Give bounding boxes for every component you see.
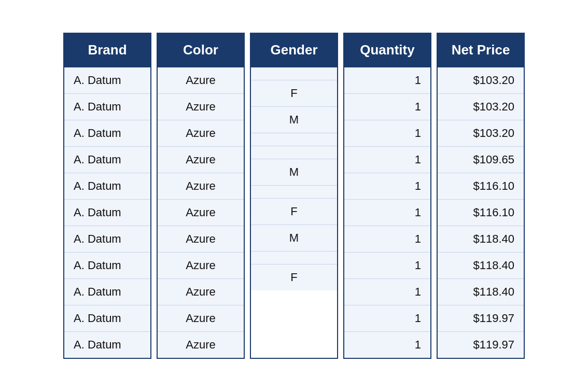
gender-cell-6 <box>251 186 337 199</box>
quantity-cell-4: 1 <box>344 173 430 200</box>
color-cell-10: Azure <box>158 332 244 358</box>
gender-cell-8: M <box>251 225 337 252</box>
col-netprice: Net Price $103.20$103.20$103.20$109.65$1… <box>437 33 525 359</box>
netprice-cell-2: $103.20 <box>438 120 524 147</box>
col-brand: Brand A. DatumA. DatumA. DatumA. DatumA.… <box>63 33 151 359</box>
netprice-cell-8: $118.40 <box>438 279 524 305</box>
brand-cell-9: A. Datum <box>64 305 150 332</box>
netprice-cell-9: $119.97 <box>438 305 524 332</box>
quantity-cell-3: 1 <box>344 147 430 173</box>
gender-cell-3 <box>251 133 337 146</box>
brand-cell-6: A. Datum <box>64 226 150 253</box>
quantity-cell-0: 1 <box>344 67 430 94</box>
color-cell-6: Azure <box>158 226 244 253</box>
gender-cell-7: F <box>251 199 337 225</box>
gender-cell-0 <box>251 67 337 80</box>
col-color-header: Color <box>158 34 244 67</box>
color-cell-3: Azure <box>158 147 244 173</box>
quantity-cell-7: 1 <box>344 253 430 279</box>
color-cell-4: Azure <box>158 173 244 200</box>
netprice-cell-1: $103.20 <box>438 94 524 120</box>
color-cell-8: Azure <box>158 279 244 305</box>
quantity-cell-6: 1 <box>344 226 430 253</box>
gender-cell-5: M <box>251 159 337 186</box>
col-quantity: Quantity 11111111111 <box>343 33 431 359</box>
netprice-cell-0: $103.20 <box>438 67 524 94</box>
brand-cell-5: A. Datum <box>64 200 150 226</box>
netprice-cell-6: $118.40 <box>438 226 524 253</box>
color-cell-2: Azure <box>158 120 244 147</box>
color-cell-9: Azure <box>158 305 244 332</box>
netprice-cell-7: $118.40 <box>438 253 524 279</box>
netprice-cell-3: $109.65 <box>438 147 524 173</box>
quantity-cell-5: 1 <box>344 200 430 226</box>
brand-cell-1: A. Datum <box>64 94 150 120</box>
gender-cell-10: F <box>251 264 337 290</box>
brand-cell-8: A. Datum <box>64 279 150 305</box>
brand-cell-0: A. Datum <box>64 67 150 94</box>
brand-cell-2: A. Datum <box>64 120 150 147</box>
col-gender: Gender FMMFMF <box>250 33 338 359</box>
color-cell-1: Azure <box>158 94 244 120</box>
color-cell-0: Azure <box>158 67 244 94</box>
gender-cell-4 <box>251 146 337 159</box>
color-cell-5: Azure <box>158 200 244 226</box>
col-color: Color AzureAzureAzureAzureAzureAzureAzur… <box>157 33 245 359</box>
data-table: Brand A. DatumA. DatumA. DatumA. DatumA.… <box>53 22 535 369</box>
gender-cell-2: M <box>251 107 337 133</box>
col-brand-header: Brand <box>64 34 150 67</box>
netprice-cell-5: $116.10 <box>438 200 524 226</box>
quantity-cell-1: 1 <box>344 94 430 120</box>
gender-cell-9 <box>251 252 337 264</box>
gender-cell-1: F <box>251 80 337 107</box>
brand-cell-3: A. Datum <box>64 147 150 173</box>
brand-cell-4: A. Datum <box>64 173 150 200</box>
col-gender-header: Gender <box>251 34 337 67</box>
quantity-cell-9: 1 <box>344 305 430 332</box>
color-cell-7: Azure <box>158 253 244 279</box>
brand-cell-10: A. Datum <box>64 332 150 358</box>
col-netprice-header: Net Price <box>438 34 524 67</box>
quantity-cell-10: 1 <box>344 332 430 358</box>
quantity-cell-8: 1 <box>344 279 430 305</box>
brand-cell-7: A. Datum <box>64 253 150 279</box>
netprice-cell-4: $116.10 <box>438 173 524 200</box>
netprice-cell-10: $119.97 <box>438 332 524 358</box>
col-quantity-header: Quantity <box>344 34 430 67</box>
quantity-cell-2: 1 <box>344 120 430 147</box>
